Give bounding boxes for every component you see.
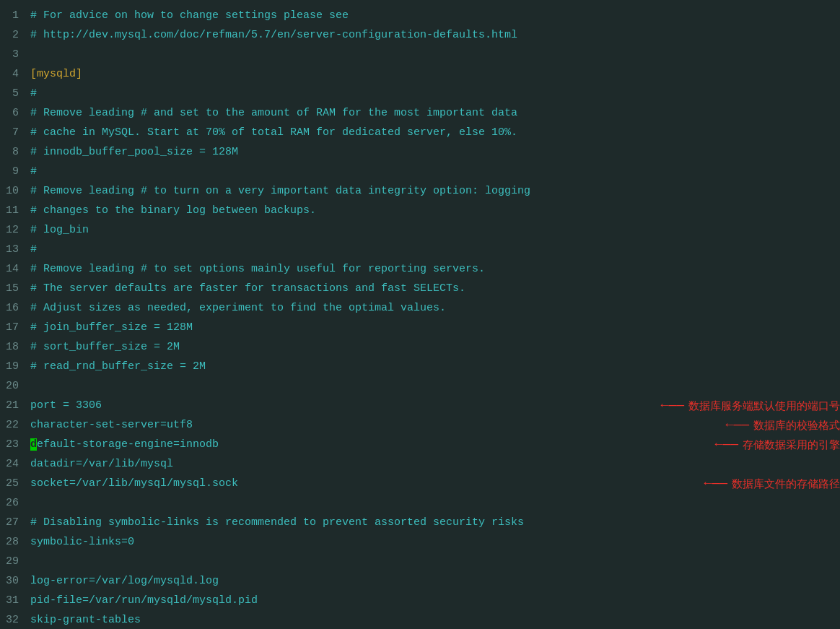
line-content: # Remove leading # to set options mainly… — [27, 259, 840, 279]
line-24: 24 datadir=/var/lib/mysql — [0, 454, 840, 474]
line-content: default-storage-engine=innodb — [27, 435, 701, 454]
line-3: 3 — [0, 45, 840, 64]
line-5: 5 # — [0, 84, 840, 103]
line-content: # Disabling symbolic-links is recommende… — [27, 513, 840, 532]
line-content: # — [27, 240, 840, 259]
line-content: # log_bin — [27, 220, 840, 240]
line-number: 23 — [0, 435, 27, 454]
line-number: 21 — [0, 396, 27, 415]
line-6: 6 # Remove leading # and set to the amou… — [0, 103, 840, 123]
line-content: # http://dev.mysql.com/doc/refman/5.7/en… — [27, 25, 840, 45]
line-1: 1 # For advice on how to change settings… — [0, 6, 840, 25]
line-number: 4 — [0, 64, 27, 84]
arrow-icon: ←—— — [726, 415, 749, 435]
code-editor: 1 # For advice on how to change settings… — [0, 0, 840, 629]
line-number: 32 — [0, 610, 27, 629]
line-number: 27 — [0, 513, 27, 532]
line-9: 9 # — [0, 162, 840, 181]
line-content: datadir=/var/lib/mysql — [27, 454, 840, 474]
line-28: 28 symbolic-links=0 — [0, 532, 840, 552]
line-32: 32 skip-grant-tables — [0, 610, 840, 629]
line-content: symbolic-links=0 — [27, 532, 840, 552]
line-16: 16 # Adjust sizes as needed, experiment … — [0, 298, 840, 318]
line-content: # For advice on how to change settings p… — [27, 6, 840, 25]
line-number: 16 — [0, 298, 27, 318]
line-content: socket=/var/lib/mysql/mysql.sock — [27, 474, 690, 493]
arrow-icon: ←—— — [715, 435, 738, 454]
annotation-25: ←—— 数据库文件的存储路径 — [704, 474, 840, 493]
line-number: 11 — [0, 201, 27, 220]
line-14: 14 # Remove leading # to set options mai… — [0, 259, 840, 279]
arrow-icon: ←—— — [661, 396, 684, 415]
line-4: 4 [mysqld] — [0, 64, 840, 84]
line-number: 14 — [0, 259, 27, 279]
line-31: 31 pid-file=/var/run/mysqld/mysqld.pid — [0, 591, 840, 610]
annotation-text: 存储数据采用的引擎 — [743, 435, 840, 454]
line-26: 26 — [0, 493, 840, 513]
line-22: 22 character-set-server=utf8 ←—— 数据库的校验格… — [0, 415, 840, 435]
line-number: 22 — [0, 415, 27, 435]
line-content: # read_rnd_buffer_size = 2M — [27, 357, 840, 376]
line-17: 17 # join_buffer_size = 128M — [0, 318, 840, 337]
line-content: log-error=/var/log/mysqld.log — [27, 571, 840, 591]
line-number: 6 — [0, 103, 27, 123]
line-23: 23 default-storage-engine=innodb ←—— 存储数… — [0, 435, 840, 454]
line-27: 27 # Disabling symbolic-links is recomme… — [0, 513, 840, 532]
line-number: 20 — [0, 376, 27, 396]
line-8: 8 # innodb_buffer_pool_size = 128M — [0, 142, 840, 162]
line-number: 25 — [0, 474, 27, 493]
line-number: 1 — [0, 6, 27, 25]
line-number: 9 — [0, 162, 27, 181]
line-2: 2 # http://dev.mysql.com/doc/refman/5.7/… — [0, 25, 840, 45]
line-13: 13 # — [0, 240, 840, 259]
line-content: # join_buffer_size = 128M — [27, 318, 840, 337]
line-number: 18 — [0, 337, 27, 357]
line-number: 12 — [0, 220, 27, 240]
line-19: 19 # read_rnd_buffer_size = 2M — [0, 357, 840, 376]
highlight-char: d — [30, 438, 37, 451]
line-number: 7 — [0, 123, 27, 142]
line-number: 17 — [0, 318, 27, 337]
line-number: 13 — [0, 240, 27, 259]
line-content: pid-file=/var/run/mysqld/mysqld.pid — [27, 591, 840, 610]
annotation-21: ←—— 数据库服务端默认使用的端口号 — [661, 396, 840, 415]
line-content: # — [27, 162, 840, 181]
line-21: 21 port = 3306 ←—— 数据库服务端默认使用的端口号 — [0, 396, 840, 415]
line-number: 10 — [0, 181, 27, 201]
line-number: 5 — [0, 84, 27, 103]
line-20: 20 — [0, 376, 840, 396]
line-7: 7 # cache in MySQL. Start at 70% of tota… — [0, 123, 840, 142]
line-content: # — [27, 84, 840, 103]
annotation-23: ←—— 存储数据采用的引擎 — [715, 435, 840, 454]
line-10: 10 # Remove leading # to turn on a very … — [0, 181, 840, 201]
annotation-22: ←—— 数据库的校验格式 — [726, 415, 840, 435]
annotation-text: 数据库文件的存储路径 — [732, 474, 840, 493]
line-content: character-set-server=utf8 — [27, 415, 712, 435]
line-11: 11 # changes to the binary log between b… — [0, 201, 840, 220]
line-number: 24 — [0, 454, 27, 474]
line-content: # cache in MySQL. Start at 70% of total … — [27, 123, 840, 142]
line-number: 2 — [0, 25, 27, 45]
line-number: 8 — [0, 142, 27, 162]
line-content: skip-grant-tables — [27, 610, 840, 629]
line-content: # Remove leading # and set to the amount… — [27, 103, 840, 123]
line-number: 26 — [0, 493, 27, 513]
arrow-icon: ←—— — [704, 474, 727, 493]
line-number: 15 — [0, 279, 27, 298]
line-number: 31 — [0, 591, 27, 610]
line-18: 18 # sort_buffer_size = 2M — [0, 337, 840, 357]
line-content: port = 3306 — [27, 396, 647, 415]
annotation-text: 数据库的校验格式 — [753, 415, 840, 435]
line-number: 30 — [0, 571, 27, 591]
line-content: [mysqld] — [27, 64, 840, 84]
annotation-text: 数据库服务端默认使用的端口号 — [688, 396, 840, 415]
line-12: 12 # log_bin — [0, 220, 840, 240]
line-content: # sort_buffer_size = 2M — [27, 337, 840, 357]
line-30: 30 log-error=/var/log/mysqld.log — [0, 571, 840, 591]
line-number: 29 — [0, 552, 27, 571]
line-content: # Adjust sizes as needed, experiment to … — [27, 298, 840, 318]
line-number: 19 — [0, 357, 27, 376]
line-25: 25 socket=/var/lib/mysql/mysql.sock ←—— … — [0, 474, 840, 493]
line-29: 29 — [0, 552, 840, 571]
line-content: # The server defaults are faster for tra… — [27, 279, 840, 298]
